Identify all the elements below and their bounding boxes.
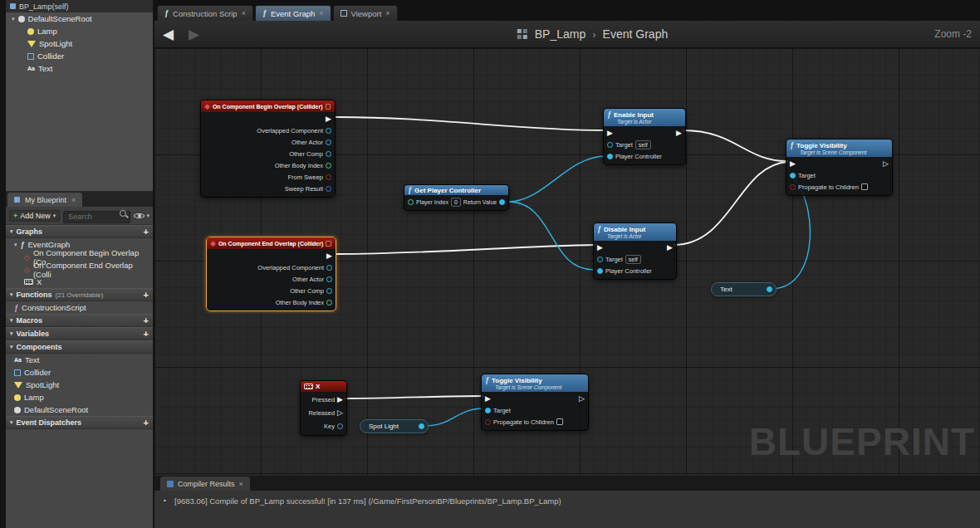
exec-out-pin[interactable]: ▷ [579,395,585,403]
node-header[interactable]: ◆ On Component End Overlap (Collider) [207,237,336,249]
exec-out-pin[interactable]: ▶ [337,396,343,403]
exec-in-pin[interactable]: ▶ [485,395,491,403]
exec-out-pin[interactable]: ▶ [326,252,332,260]
data-in-pin[interactable] [485,408,491,413]
data-in-pin[interactable] [597,257,603,262]
data-out-pin[interactable] [326,276,332,282]
data-in-pin[interactable] [597,268,603,274]
variable-node-text[interactable]: Text [711,282,777,296]
add-variable-button[interactable]: + [144,330,149,339]
collapse-arrow-icon[interactable]: ▾ [10,317,13,324]
collapse-arrow-icon[interactable]: ▾ [10,419,13,426]
graph-canvas[interactable]: ◆ On Component Begin Overlap (Collider) … [154,48,980,476]
exec-out-pin[interactable]: ▶ [676,130,682,137]
data-in-pin[interactable] [408,199,414,205]
add-dispatcher-button[interactable]: + [144,418,149,428]
add-macro-button[interactable]: + [144,316,149,325]
list-item-spotlight-var[interactable]: SpotLight [6,379,153,391]
node-header[interactable]: ƒ Enable Input Target is Actor [604,109,685,126]
expander-icon[interactable]: ▾ [14,242,17,248]
node-header[interactable]: ƒ Disable Input Target is Actor [594,223,676,241]
close-icon[interactable]: × [71,196,76,204]
list-item-end-overlap[interactable]: ◇ On Component End Overlap (Colli [6,263,153,276]
tab-viewport[interactable]: Viewport × [333,5,398,21]
data-out-pin[interactable] [419,423,424,429]
close-icon[interactable]: × [319,9,323,17]
data-in-pin[interactable] [607,142,613,148]
tab-event-graph[interactable]: ƒ Event Graph × [255,5,331,21]
data-out-pin[interactable] [326,300,332,306]
data-out-pin[interactable] [326,163,331,169]
propagate-checkbox[interactable] [861,183,868,190]
breadcrumb-page[interactable]: Event Graph [603,27,669,41]
data-out-pin[interactable] [326,139,331,145]
list-item-x-key[interactable]: X [6,276,153,288]
data-out-pin[interactable] [337,423,343,429]
expander-icon[interactable]: ▾ [12,16,15,22]
tab-my-blueprint[interactable]: My Blueprint × [7,193,82,207]
add-function-button[interactable]: + [144,291,149,300]
node-header[interactable]: ƒ Toggle Visibility Target is Scene Comp… [786,139,892,157]
data-out-pin[interactable] [326,174,331,180]
visibility-filter-button[interactable]: ▾ [134,211,149,221]
add-new-button[interactable]: + Add New ▾ [9,210,60,222]
list-item-lamp-var[interactable]: Lamp [6,391,153,403]
collapse-arrow-icon[interactable]: ▾ [10,330,13,337]
exec-out-pin[interactable]: ▶ [667,244,673,252]
list-item-text-var[interactable]: Aa Text [6,354,153,366]
navigate-back-button[interactable]: ◀ [163,27,174,42]
node-header[interactable]: X [301,381,346,392]
list-item-constructionscript[interactable]: ƒ ConstructionScript [6,301,153,314]
exec-in-pin[interactable]: ▶ [790,160,796,168]
breadcrumb-root[interactable]: BP_Lamp [535,27,586,41]
exec-in-pin[interactable]: ▶ [607,130,613,137]
data-out-pin[interactable] [767,286,772,292]
list-item-sceneroot-var[interactable]: DefaultSceneRoot [6,403,153,416]
node-end-overlap[interactable]: ◆ On Component End Overlap (Collider) ▶ … [206,237,336,311]
tab-compiler-results[interactable]: Compiler Results × [160,477,250,491]
section-variables[interactable]: ▾ Variables + [6,327,153,340]
data-out-pin[interactable] [326,288,332,294]
section-graphs[interactable]: ▾ Graphs + [6,225,153,238]
section-event-dispatchers[interactable]: ▾ Event Dispatchers + [6,416,153,429]
collapse-arrow-icon[interactable]: ▾ [10,228,13,235]
collapse-arrow-icon[interactable]: ▾ [10,344,13,350]
propagate-checkbox[interactable] [556,418,563,425]
node-x-key-event[interactable]: X Pressed ▶ Released ▷ Key [300,380,347,436]
pin-value-box[interactable]: 0 [451,198,461,207]
node-get-player-controller[interactable]: ƒ Get Player Controller Player Index 0 R… [404,184,509,211]
delegate-pin-icon[interactable] [326,104,331,110]
tree-item-collider[interactable]: Collider [6,50,153,62]
data-in-pin[interactable] [790,184,796,190]
node-header[interactable]: ◆ On Component Begin Overlap (Collider) [201,100,335,112]
data-out-pin[interactable] [326,128,331,134]
node-header[interactable]: ƒ Toggle Visibility Target is Scene Comp… [482,374,588,392]
section-macros[interactable]: ▾ Macros + [6,314,153,327]
exec-in-pin[interactable]: ▶ [597,244,603,252]
node-disable-input[interactable]: ƒ Disable Input Target is Actor ▶ ▶ Targ… [593,222,677,280]
node-begin-overlap[interactable]: ◆ On Component Begin Overlap (Collider) … [200,100,336,198]
list-item-collider-var[interactable]: Collider [6,366,153,379]
close-icon[interactable]: × [385,9,390,17]
tree-item-spotlight[interactable]: SpotLight [6,37,153,50]
variable-node-spotlight[interactable]: Spot Light [360,419,429,433]
compiler-log-line[interactable]: [9683.06] Compile of BP_Lamp successful!… [174,496,561,506]
node-toggle-visibility-bottom[interactable]: ƒ Toggle Visibility Target is Scene Comp… [481,374,589,431]
data-out-pin[interactable] [326,265,332,271]
section-components[interactable]: ▾ Components [6,340,153,354]
node-toggle-visibility-top[interactable]: ƒ Toggle Visibility Target is Scene Comp… [786,139,893,196]
data-out-pin[interactable] [326,186,331,192]
tab-construction-script[interactable]: ƒ Construction Scrip × [157,5,253,21]
data-in-pin[interactable] [607,154,613,159]
data-in-pin[interactable] [790,173,796,178]
tree-item-text[interactable]: Aa Text [6,62,153,75]
delegate-pin-icon[interactable] [326,241,331,247]
node-enable-input[interactable]: ƒ Enable Input Target is Actor ▶ ▶ Targe… [603,108,686,165]
collapse-arrow-icon[interactable]: ▾ [10,291,13,298]
tree-item-lamp[interactable]: Lamp [6,25,153,37]
data-out-pin[interactable] [326,151,331,157]
add-graph-button[interactable]: + [144,227,149,237]
close-icon[interactable]: × [239,480,243,488]
close-icon[interactable]: × [242,9,246,17]
exec-out-pin[interactable]: ▷ [883,160,889,168]
